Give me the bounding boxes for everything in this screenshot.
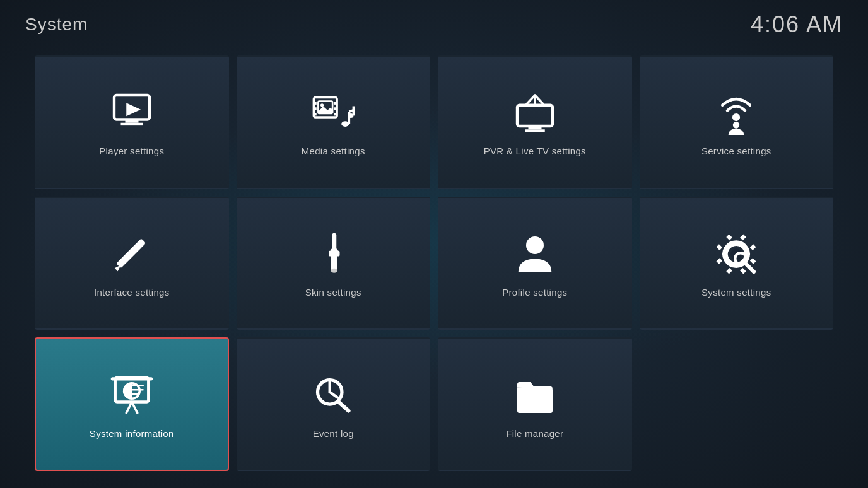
svg-rect-21 [517, 105, 553, 126]
player-icon [107, 88, 157, 138]
svg-line-19 [535, 95, 543, 104]
svg-point-13 [341, 121, 349, 127]
skin-settings-label: Skin settings [305, 287, 361, 298]
system-information-label: System information [90, 428, 174, 439]
tile-media-settings[interactable]: Media settings [237, 55, 431, 189]
system-settings-label: System settings [701, 287, 771, 298]
svg-rect-28 [116, 242, 142, 268]
service-settings-label: Service settings [701, 146, 771, 156]
svg-point-34 [526, 236, 544, 254]
header: System 4:06 AM [0, 0, 868, 49]
tile-file-manager[interactable]: File manager [438, 337, 632, 471]
svg-line-18 [527, 95, 535, 104]
media-icon [308, 88, 358, 138]
svg-point-33 [331, 269, 338, 273]
tile-interface-settings[interactable]: Interface settings [35, 197, 229, 330]
interface-icon [107, 229, 157, 279]
clock: 4:06 AM [751, 11, 843, 38]
svg-rect-7 [314, 113, 317, 115]
system-info-icon [107, 370, 157, 421]
svg-rect-2 [120, 123, 143, 125]
tile-system-information[interactable]: System information [35, 337, 229, 471]
svg-point-32 [331, 248, 338, 253]
svg-line-49 [339, 402, 349, 410]
tile-event-log[interactable]: Event log [237, 337, 431, 471]
event-log-label: Event log [313, 428, 354, 439]
tile-system-settings[interactable]: System settings [640, 197, 834, 330]
service-icon [711, 88, 761, 138]
tile-service-settings[interactable]: Service settings [640, 55, 834, 189]
interface-settings-label: Interface settings [94, 287, 170, 298]
svg-point-25 [733, 122, 740, 129]
svg-rect-1 [125, 120, 138, 123]
svg-rect-9 [334, 108, 337, 110]
system-gear-icon [711, 229, 761, 279]
svg-line-36 [744, 262, 754, 272]
svg-point-24 [732, 113, 740, 121]
settings-grid: Player settings [0, 49, 868, 484]
file-manager-label: File manager [506, 428, 563, 439]
svg-rect-8 [334, 102, 337, 105]
media-settings-label: Media settings [302, 146, 365, 156]
empty-tile [640, 337, 834, 471]
svg-marker-3 [126, 103, 141, 117]
svg-rect-23 [525, 130, 545, 132]
page-title: System [25, 15, 88, 35]
file-manager-icon [510, 370, 560, 421]
skin-icon [308, 229, 358, 279]
svg-rect-10 [334, 113, 337, 115]
svg-line-39 [126, 402, 132, 413]
pvr-settings-label: PVR & Live TV settings [484, 146, 586, 156]
svg-line-17 [349, 110, 354, 112]
player-settings-label: Player settings [99, 146, 164, 156]
tile-player-settings[interactable]: Player settings [35, 55, 229, 189]
tile-profile-settings[interactable]: Profile settings [438, 197, 632, 330]
svg-rect-4 [314, 98, 337, 118]
svg-rect-22 [528, 126, 541, 129]
tile-pvr-settings[interactable]: PVR & Live TV settings [438, 55, 632, 189]
profile-icon [510, 229, 560, 279]
event-log-icon [308, 370, 358, 421]
tile-skin-settings[interactable]: Skin settings [237, 197, 431, 330]
svg-rect-6 [314, 108, 317, 110]
svg-line-40 [132, 402, 138, 413]
pvr-icon [510, 88, 560, 138]
svg-line-48 [330, 392, 337, 397]
svg-rect-5 [314, 102, 317, 105]
profile-settings-label: Profile settings [502, 287, 567, 298]
